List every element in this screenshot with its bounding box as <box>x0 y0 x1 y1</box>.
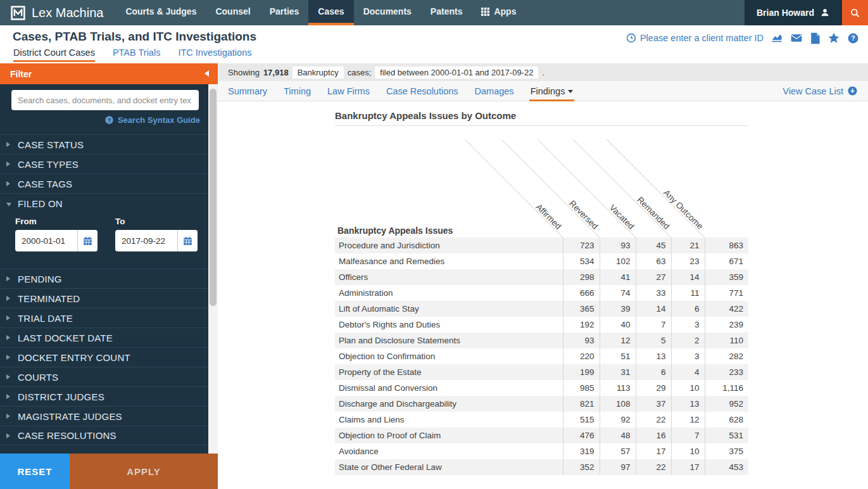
nav-item-label: Courts & Judges <box>125 6 196 16</box>
nav-item-courts-judges[interactable]: Courts & Judges <box>116 0 206 25</box>
nav-item-apps[interactable]: Apps <box>472 0 525 25</box>
results-summary-bar: Showing 17,918 Bankruptcy cases; filed b… <box>218 63 868 81</box>
document-icon[interactable] <box>810 32 821 44</box>
cell-value: 27 <box>636 269 671 285</box>
chevron-right-icon <box>6 433 10 438</box>
calendar-icon[interactable] <box>77 230 97 251</box>
nav-item-cases[interactable]: Cases <box>308 0 353 25</box>
global-search-button[interactable] <box>842 0 868 25</box>
search-syntax-guide-link[interactable]: ? Search Syntax Guide <box>104 115 200 125</box>
row-label: Objection to Confirmation <box>335 348 563 364</box>
to-date-input[interactable] <box>115 230 177 251</box>
cell-value: 771 <box>705 285 748 301</box>
cell-value: 3 <box>671 317 705 333</box>
help-icon[interactable]: ? <box>847 32 859 44</box>
subnav-item-damages[interactable]: Damages <box>475 86 514 96</box>
subnav-item-law-firms[interactable]: Law Firms <box>327 86 370 96</box>
nav-item-documents[interactable]: Documents <box>354 0 421 25</box>
sidebar-section-label: PENDING <box>18 274 62 284</box>
case-type-tabs: District Court CasesPTAB TrialsITC Inves… <box>13 48 251 62</box>
cell-value: 41 <box>600 269 636 285</box>
chevron-right-icon <box>6 355 10 360</box>
filter-title: Filter <box>10 69 32 79</box>
sidebar-section-label: FILED ON <box>18 198 63 209</box>
sidebar-section-courts[interactable]: COURTS <box>0 367 208 386</box>
sidebar-section-label: TRIAL DATE <box>18 313 73 324</box>
tab-ptab-trials[interactable]: PTAB Trials <box>113 48 160 62</box>
subnav-item-timing[interactable]: Timing <box>284 86 311 96</box>
view-case-list-link[interactable]: View Case List <box>783 86 858 96</box>
table-row: Administration666743311771 <box>335 285 748 301</box>
cell-value: 365 <box>563 301 600 317</box>
star-icon[interactable] <box>827 32 840 44</box>
subnav-item-findings[interactable]: Findings <box>531 81 574 101</box>
cell-value: 16 <box>636 428 671 443</box>
user-menu[interactable]: Brian Howard <box>745 0 842 25</box>
analytics-chart-icon[interactable] <box>771 32 783 44</box>
sidebar-scrollbar-thumb[interactable] <box>210 89 217 306</box>
download-circle-icon <box>847 86 858 96</box>
row-label: Claims and Liens <box>335 412 563 428</box>
cell-value: 17 <box>671 459 705 475</box>
tab-itc-investigations[interactable]: ITC Investigations <box>178 48 251 62</box>
cell-value: 476 <box>563 428 600 443</box>
search-input[interactable] <box>11 90 199 110</box>
date-from-group: From <box>15 217 97 251</box>
cell-value: 671 <box>705 253 748 269</box>
nav-item-counsel[interactable]: Counsel <box>206 0 260 25</box>
sidebar-section-label: DISTRICT JUDGES <box>18 391 104 402</box>
cell-value: 23 <box>671 253 705 269</box>
cell-value: 666 <box>563 285 600 301</box>
cell-value: 199 <box>563 364 600 380</box>
chevron-down-icon <box>568 90 573 93</box>
sidebar-section-magistrate-judges[interactable]: MAGISTRATE JUDGES <box>0 406 208 426</box>
diagonal-lines <box>335 139 748 238</box>
nav-item-parties[interactable]: Parties <box>260 0 309 25</box>
user-name: Brian Howard <box>757 8 814 18</box>
apply-button[interactable]: APPLY <box>70 454 218 489</box>
calendar-icon[interactable] <box>177 230 198 251</box>
table-row: Plan and Disclosure Statements931252110 <box>335 333 748 348</box>
tab-district-court-cases[interactable]: District Court Cases <box>13 48 95 62</box>
sidebar-scrollbar-track[interactable] <box>208 84 218 454</box>
sidebar-section-trial-date[interactable]: TRIAL DATE <box>0 308 208 327</box>
reset-button[interactable]: RESET <box>0 454 70 489</box>
sidebar-section-case-status[interactable]: CASE STATUS <box>0 134 208 154</box>
sidebar-section-docket-entry-count[interactable]: DOCKET ENTRY COUNT <box>0 347 208 367</box>
filter-sections: CASE STATUSCASE TYPESCASE TAGSFILED ON F… <box>0 134 208 445</box>
sidebar-section-case-resolutions[interactable]: CASE RESOLUTIONS <box>0 426 208 445</box>
cell-value: 48 <box>600 428 636 443</box>
from-label: From <box>15 217 97 226</box>
sidebar-section-pending[interactable]: PENDING <box>0 269 208 288</box>
cell-value: 5 <box>636 333 671 348</box>
sidebar-section-label: LAST DOCKET DATE <box>18 333 113 343</box>
cell-value: 7 <box>671 428 705 443</box>
cell-value: 93 <box>600 238 636 253</box>
user-icon <box>820 8 830 18</box>
envelope-icon[interactable] <box>790 32 803 44</box>
question-circle-icon: ? <box>104 115 114 125</box>
client-matter-link[interactable]: Please enter a client matter ID <box>626 33 764 43</box>
chevron-right-icon <box>6 414 10 419</box>
collapse-sidebar-icon[interactable] <box>204 70 209 77</box>
sidebar-section-last-docket-date[interactable]: LAST DOCKET DATE <box>0 327 208 347</box>
nav-item-patents[interactable]: Patents <box>421 0 472 25</box>
top-navbar: Lex Machina Courts & JudgesCounselPartie… <box>0 0 868 25</box>
subnav-item-case-resolutions[interactable]: Case Resolutions <box>386 86 458 96</box>
subnav-item-summary[interactable]: Summary <box>228 86 267 96</box>
sidebar-section-case-tags[interactable]: CASE TAGS <box>0 174 208 193</box>
sidebar-section-case-types[interactable]: CASE TYPES <box>0 154 208 174</box>
row-label: Property of the Estate <box>335 364 563 380</box>
from-date-input[interactable] <box>15 230 77 251</box>
date-filter-chip: filed between 2000-01-01 and 2017-09-22 <box>375 67 538 79</box>
table-row: Discharge and Dischargeability8211083713… <box>335 396 748 412</box>
page-header: Cases, PTAB Trials, and ITC Investigatio… <box>0 25 868 63</box>
sidebar-section-filed-on[interactable]: FILED ON <box>0 193 208 213</box>
filter-footer: RESET APPLY <box>0 454 218 489</box>
cell-value: 40 <box>600 317 636 333</box>
sidebar-section-district-judges[interactable]: DISTRICT JUDGES <box>0 386 208 406</box>
brand-logo[interactable]: Lex Machina <box>0 0 116 25</box>
cell-value: 515 <box>563 412 600 428</box>
cell-value: 37 <box>636 396 671 412</box>
sidebar-section-terminated[interactable]: TERMINATED <box>0 288 208 308</box>
